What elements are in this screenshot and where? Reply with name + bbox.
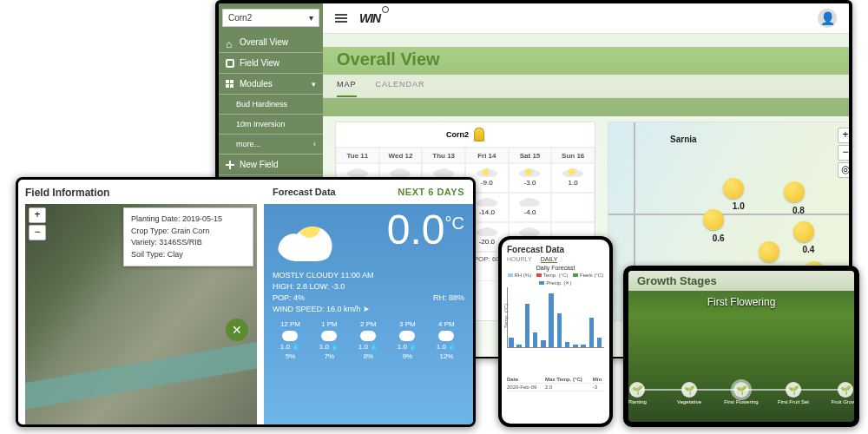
plant-icon: 🌱 <box>788 385 799 395</box>
phone-window: Forecast Data HOURLY DAILY Daily Forecas… <box>498 236 613 427</box>
chart-legend: RH (%) Temp. (°C) Feels (°C) Precip. (✕) <box>507 273 604 286</box>
map-marker[interactable] <box>784 181 805 202</box>
plant-icon: 🌱 <box>736 385 746 395</box>
tab-calendar[interactable]: CALENDAR <box>376 75 425 97</box>
temp-value: 0.0 <box>387 207 445 253</box>
stage-label: Vegetative <box>677 399 701 404</box>
hour-cell: 3 PM1.0 💧9% <box>390 320 425 361</box>
plant-icon: 🌱 <box>840 385 851 395</box>
map-river <box>25 331 257 412</box>
info-crop: Crop Type: Grain Corn <box>131 226 246 238</box>
map-marker-label: 0.8 <box>792 206 805 215</box>
chart-title: Daily Forecast <box>507 265 604 271</box>
home-icon <box>226 38 234 47</box>
tab-hourly[interactable]: HOURLY <box>507 256 532 263</box>
weather-icon <box>523 168 536 177</box>
map-city-label: Sarnia <box>670 135 697 144</box>
tab-daily[interactable]: DAILY <box>541 256 558 263</box>
sidebar-label: Modules <box>240 79 273 89</box>
legend-item: Temp. (°C) <box>536 273 568 278</box>
sun-icon <box>382 6 389 13</box>
stage-label: First Flowering <box>724 399 758 404</box>
weather-icon <box>437 168 450 177</box>
tablet-window: Growth Stages First Flowering 🌱Planting🌱… <box>623 266 859 427</box>
td: 2.0 <box>545 384 593 391</box>
chevron-down-icon: ▾ <box>312 80 316 89</box>
laptop-window: Field Information + − Planting Date: 201… <box>16 177 476 427</box>
farm-selector[interactable]: Corn2 ▾ <box>222 9 319 27</box>
hour-cell: 1 PM1.0 💧7% <box>312 320 347 361</box>
zoom-in-button[interactable]: + <box>838 128 849 143</box>
calendar-day-header: Sun 16 <box>551 148 595 163</box>
calendar-day-header: Wed 12 <box>379 148 423 163</box>
phone-tabs: HOURLY DAILY <box>507 256 604 263</box>
chart-bar <box>557 313 562 347</box>
td: 2020-Feb-09 <box>507 384 545 391</box>
forecast-highlow: HIGH: 2.8 LOW: -3.0 <box>273 282 345 291</box>
map-marker-label: 1.0 <box>733 201 745 211</box>
locate-button[interactable]: ◎ <box>838 162 849 178</box>
forecast-title: Forecast Data <box>273 187 336 197</box>
close-icon: ✕ <box>232 323 242 337</box>
sidebar-label: 10m Inversion <box>236 120 286 128</box>
sidebar-label: Field View <box>240 58 279 68</box>
chevron-down-icon: ▾ <box>309 13 313 23</box>
hour-cell: 4 PM1.0 💧12% <box>429 320 464 361</box>
stage-marker[interactable]: 🌱 <box>681 382 697 398</box>
map-marker[interactable] <box>793 221 814 242</box>
forecast-rh: RH: 88% <box>433 293 464 302</box>
calendar-day-header: Sat 15 <box>509 148 552 163</box>
forecast-table: DateMax Temp. (°C)Min 2020-Feb-092.0-3 <box>507 376 604 391</box>
forecast-wind: WIND SPEED: 16.0 km/h <box>273 305 361 313</box>
stage-marker[interactable]: 🌱 <box>838 382 853 398</box>
plant-icon: 🌱 <box>632 385 642 395</box>
legend-item: Feels (°C) <box>573 273 603 278</box>
calendar-cell[interactable]: -3.0 <box>509 163 552 193</box>
chart-bar <box>549 293 554 347</box>
satellite-map[interactable]: + − Planting Date: 2019-05-15 Crop Type:… <box>25 204 257 424</box>
sidebar-item-overall[interactable]: Overall View <box>219 32 323 53</box>
sidebar-item-modules[interactable]: Modules▾ <box>219 74 323 95</box>
sidebar-item-new-field[interactable]: New Field <box>219 155 323 175</box>
close-button[interactable]: ✕ <box>226 319 248 341</box>
zoom-out-button[interactable]: − <box>838 145 849 161</box>
zoom-out-button[interactable]: − <box>29 225 46 240</box>
page-title: Overall View <box>323 34 849 75</box>
map-controls: + − ◎ <box>838 128 849 178</box>
logo: WIN <box>359 11 380 25</box>
chart-bar <box>589 318 595 347</box>
sidebar-label: Overall View <box>240 37 288 47</box>
sidebar-item-more[interactable]: more...‹ <box>219 135 323 155</box>
stage-label: Planting <box>628 399 647 404</box>
sidebar-label: Bud Hardiness <box>236 100 287 108</box>
sidebar-item-field[interactable]: Field View <box>219 53 323 74</box>
map-marker[interactable] <box>759 241 779 262</box>
calendar-field-name: Corn2 <box>446 130 469 139</box>
tabs: MAP CALENDAR <box>323 75 849 98</box>
forecast-chart: Temp. (°C) <box>507 287 604 348</box>
tablet-title: Growth Stages <box>628 271 854 291</box>
hour-cell: 2 PM1.0 💧8% <box>351 320 386 361</box>
calendar-day-header: Tue 11 <box>336 148 379 163</box>
tab-map[interactable]: MAP <box>337 75 357 97</box>
chart-bar <box>509 338 514 347</box>
calendar-cell[interactable]: 1.0 <box>551 163 595 193</box>
stage-timeline: 🌱Planting🌱Vegetative🌱First Flowering🌱Fir… <box>637 378 845 413</box>
stage-marker[interactable]: 🌱 <box>629 382 645 398</box>
stage-marker[interactable]: 🌱 <box>733 382 749 398</box>
chart-bar <box>581 345 586 347</box>
td: -3 <box>593 384 604 391</box>
chart-bar <box>565 342 570 347</box>
info-variety: Variety: 3146SS/RIB <box>131 237 246 249</box>
sidebar-item-inversion[interactable]: 10m Inversion <box>219 115 323 135</box>
corn-icon <box>474 128 484 141</box>
forecast-condition: MOSTLY CLOUDY 11:00 AM <box>273 271 464 279</box>
zoom-in-button[interactable]: + <box>29 207 46 223</box>
sidebar-item-bud[interactable]: Bud Hardiness <box>219 95 323 115</box>
stage-marker[interactable]: 🌱 <box>786 382 801 398</box>
avatar[interactable]: 👤 <box>818 9 837 28</box>
weather-icon <box>566 168 580 177</box>
th-max: Max Temp. (°C) <box>545 376 593 384</box>
menu-icon[interactable] <box>335 17 347 19</box>
calendar-day-header: Fri 14 <box>465 148 509 163</box>
